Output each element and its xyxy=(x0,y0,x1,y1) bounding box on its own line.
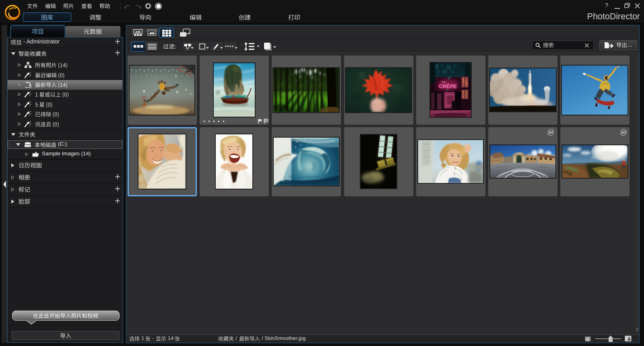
svg-text:360: 360 xyxy=(620,130,626,134)
svg-text:360: 360 xyxy=(547,130,553,134)
svg-text:CRÊPE: CRÊPE xyxy=(439,83,457,89)
